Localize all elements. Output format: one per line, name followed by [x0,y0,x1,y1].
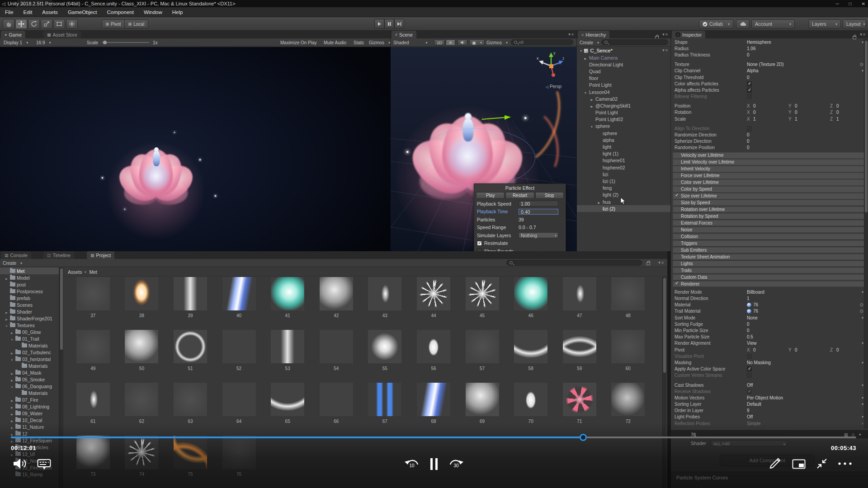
scale-tool-icon[interactable] [41,19,52,29]
module-row[interactable]: Trails [673,267,866,274]
asset-thumbnail[interactable] [466,330,499,363]
asset-item[interactable]: 46 [506,277,555,330]
folder-item[interactable]: 13_UI [0,450,59,457]
menu-item[interactable]: GameObject [63,9,102,15]
folder-item[interactable]: 11_Nature [0,423,59,430]
folder-item[interactable]: 10_Decal [0,417,59,423]
asset-thumbnail[interactable] [125,277,158,310]
asset-item[interactable]: 41 [263,277,312,330]
expand-arrow-icon[interactable] [590,123,594,129]
asset-item[interactable]: 38 [118,277,166,330]
inspector-checkbox[interactable] [747,373,752,378]
audio-toggle[interactable] [458,39,467,46]
asset-thumbnail[interactable] [417,277,450,310]
module-row[interactable]: Custom Data [673,274,866,281]
folder-item[interactable]: 04_Mask [0,369,59,376]
asset-thumbnail[interactable] [320,383,353,416]
module-row[interactable]: Inherit Velocity [673,166,866,172]
pe-row-value[interactable]: 1.00 [519,201,558,206]
asset-item[interactable]: 69 [458,383,507,436]
menu-item[interactable]: Help [167,9,188,15]
inspector-row-value[interactable]: 76 [753,309,758,314]
inspector-row-value[interactable]: 0 [747,145,750,150]
asset-item[interactable]: 60 [604,330,653,383]
hierarchy-item[interactable]: @ChargingSkill1 [577,102,670,109]
asset-thumbnail[interactable] [125,330,158,363]
asset-thumbnail[interactable] [76,277,110,310]
pe-row-value[interactable]: Nothing [519,232,558,238]
asset-thumbnail[interactable] [174,330,207,363]
expand-arrow-icon[interactable] [5,309,9,314]
asset-thumbnail[interactable] [125,383,158,416]
asset-item[interactable]: 75 [166,436,215,488]
grid-scrollbar[interactable] [662,277,666,488]
asset-thumbnail[interactable] [514,277,547,310]
asset-item[interactable]: 55 [361,330,410,383]
asset-thumbnail[interactable] [320,330,353,363]
inspector-row-value[interactable]: 9 [747,408,750,413]
tab-hierarchy[interactable]: ≡ Hierarchy [578,31,609,38]
asset-item[interactable]: 42 [312,277,361,330]
module-checkbox[interactable] [675,207,679,212]
aspect-dropdown[interactable]: 16:9▾ [36,38,51,47]
asset-item[interactable]: 50 [118,330,166,383]
breadcrumb-current[interactable]: Met [90,269,98,275]
asset-item[interactable]: 40 [215,277,264,330]
module-row[interactable]: Sub Emitters [673,247,866,253]
asset-thumbnail[interactable] [76,330,110,363]
object-picker-icon[interactable] [860,309,863,314]
tab-console[interactable]: ▤ Console [1,251,31,259]
module-checkbox[interactable] [675,268,679,273]
tab-project[interactable]: ▦ Project [87,251,114,259]
folder-item[interactable]: 07_Fire [0,396,59,403]
hierarchy-item[interactable]: Point Light [577,82,670,89]
module-checkbox[interactable] [675,214,679,219]
persp-label[interactable]: ◁ Persp [546,84,561,89]
asset-item[interactable]: 67 [361,383,410,436]
expand-arrow-icon[interactable] [10,336,14,342]
asset-item[interactable]: 63 [166,383,215,436]
scene-gizmos-dropdown[interactable]: Gizmos▾ [486,38,508,47]
module-row[interactable]: Renderer [673,281,866,287]
inspector-row-value[interactable]: Alpha [747,68,759,73]
asset-thumbnail[interactable] [271,330,304,363]
game-viewport[interactable] [0,47,391,251]
hierarchy-item[interactable]: lizi (2) [577,205,670,212]
expand-arrow-icon[interactable] [10,370,14,375]
asset-thumbnail[interactable] [76,383,110,416]
asset-item[interactable]: 54 [312,330,361,383]
hierarchy-item[interactable]: lizi [577,171,670,178]
module-checkbox[interactable] [675,282,679,286]
annotate-button[interactable] [769,456,782,470]
effects-dropdown[interactable]: ▣▾ [469,39,485,46]
rewind-10-button[interactable]: 10 [403,456,420,473]
asset-item[interactable]: 39 [166,277,215,330]
asset-item[interactable]: 61 [69,383,118,436]
folder-item[interactable]: 05_Smoke [0,376,59,383]
module-row[interactable]: Triggers [673,240,866,247]
scale-slider[interactable] [102,38,149,47]
2d-toggle[interactable]: 2D [434,39,445,46]
asset-thumbnail[interactable] [125,436,158,469]
hierarchy-item[interactable]: alpha [577,136,670,143]
module-row[interactable]: Size over Lifetime [673,193,866,199]
folder-item[interactable]: Scenes [0,301,59,308]
inspector-row-value[interactable]: 76 [753,302,758,307]
module-row[interactable]: Force over Lifetime [673,173,866,179]
module-row[interactable]: Color by Speed [673,186,866,192]
asset-thumbnail[interactable] [417,330,450,363]
account-dropdown[interactable]: Account▾ [751,19,795,28]
folder-item[interactable]: 08_Lightning [0,403,59,410]
hierarchy-item[interactable]: Directional Light [577,61,670,68]
asset-item[interactable]: 72 [604,383,653,436]
expand-arrow-icon[interactable] [10,451,14,457]
hierarchy-item[interactable]: Main Camera [577,54,670,61]
expand-arrow-icon[interactable] [10,357,14,362]
module-row[interactable]: Collision [673,234,866,240]
inspector-checkbox[interactable] [747,354,752,359]
scene-search-input[interactable]: All [511,39,573,45]
asset-item[interactable]: 65 [263,383,312,436]
progress-handle[interactable] [580,434,587,441]
expand-arrow-icon[interactable] [590,103,594,108]
expand-arrow-icon[interactable] [10,404,14,409]
